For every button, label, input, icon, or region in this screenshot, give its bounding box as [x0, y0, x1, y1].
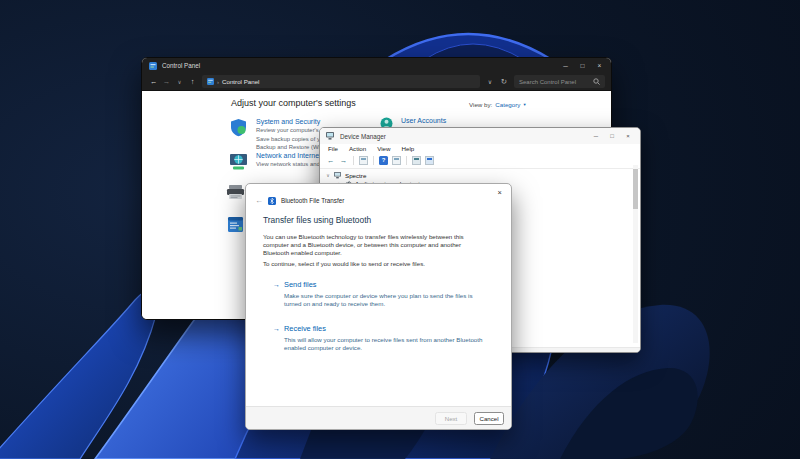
wizard-heading: Transfer files using Bluetooth: [263, 215, 371, 225]
category-title-system-security[interactable]: System and Security: [256, 118, 384, 125]
dialog-footer: Next Cancel: [246, 406, 511, 429]
computer-icon: [334, 172, 342, 179]
back-icon[interactable]: ←: [255, 196, 263, 205]
tree-label-computer[interactable]: Spectre: [345, 172, 366, 179]
control-panel-addressbar: ← → ∨ ↑ › Control Panel ∨ ↻ Search Contr…: [142, 73, 611, 91]
device-manager-toolbar: ← → ?: [320, 154, 640, 169]
scrollbar[interactable]: [633, 165, 638, 343]
tree-row-computer[interactable]: ∨ Spectre: [325, 172, 640, 180]
send-files-link[interactable]: Send files: [284, 280, 316, 289]
menu-action[interactable]: Action: [349, 145, 366, 152]
system-security-icon: [229, 118, 248, 137]
next-button[interactable]: Next: [435, 412, 467, 425]
network-internet-icon: [229, 152, 248, 171]
toolbar-scan-icon[interactable]: [412, 156, 421, 165]
wizard-intro-text: You can use Bluetooth technology to tran…: [263, 233, 485, 258]
menu-view[interactable]: View: [377, 145, 390, 152]
bluetooth-icon: [268, 197, 276, 205]
page-title: Adjust your computer's settings: [231, 98, 356, 108]
refresh-icon[interactable]: ↻: [498, 77, 510, 86]
toolbar-help-icon[interactable]: ?: [379, 156, 388, 165]
toolbar-properties-icon[interactable]: [392, 156, 401, 165]
bluetooth-file-transfer-dialog: × ← Bluetooth File Transfer Transfer fil…: [245, 183, 512, 430]
toolbar-monitor-icon[interactable]: [425, 156, 434, 165]
control-panel-app-icon: [149, 62, 157, 70]
back-icon[interactable]: ←: [148, 77, 159, 86]
send-files-option[interactable]: → Send files Make sure the computer or d…: [273, 280, 484, 308]
category-title-user-accounts[interactable]: User Accounts: [401, 117, 446, 124]
control-panel-titlebar: Control Panel ─ □ ×: [142, 58, 611, 73]
menu-file[interactable]: File: [328, 145, 338, 152]
scrollbar-thumb[interactable]: [633, 169, 638, 209]
minimize-icon[interactable]: ─: [588, 128, 604, 144]
breadcrumb-text[interactable]: Control Panel: [222, 78, 260, 85]
device-manager-titlebar: Device Manager ─ □ ×: [320, 128, 640, 144]
minimize-icon[interactable]: ─: [557, 58, 574, 73]
address-dropdown-icon[interactable]: ∨: [484, 78, 496, 85]
menu-help[interactable]: Help: [402, 145, 415, 152]
view-by-caret-icon[interactable]: ▾: [523, 102, 525, 107]
breadcrumb-location-icon: [207, 78, 214, 85]
receive-files-arrow-icon: →: [273, 325, 280, 332]
device-manager-app-icon: [326, 132, 335, 140]
device-manager-menubar: File Action View Help: [320, 144, 640, 154]
receive-files-link[interactable]: Receive files: [284, 324, 326, 333]
search-placeholder: Search Control Panel: [519, 79, 576, 85]
receive-files-description: This will allow your computer to receive…: [284, 336, 484, 352]
toolbar-back-icon[interactable]: ←: [326, 156, 335, 165]
view-by-value[interactable]: Category: [495, 101, 520, 108]
search-input[interactable]: Search Control Panel: [514, 75, 605, 88]
dialog-title: Bluetooth File Transfer: [281, 197, 344, 204]
desktop: Control Panel ─ □ × ← → ∨ ↑ › Control Pa…: [0, 0, 800, 459]
receive-files-option[interactable]: → Receive files This will allow your com…: [273, 324, 484, 352]
send-files-description: Make sure the computer or device where y…: [284, 292, 484, 308]
close-icon[interactable]: ×: [498, 188, 502, 197]
cancel-button[interactable]: Cancel: [474, 412, 504, 425]
wizard-prompt-text: To continue, select if you would like to…: [263, 260, 425, 267]
forward-icon[interactable]: →: [161, 77, 172, 86]
search-icon: [593, 78, 600, 85]
window-title: Device Manager: [340, 133, 583, 140]
window-title: Control Panel: [162, 62, 552, 69]
recent-pages-icon[interactable]: ∨: [174, 79, 185, 85]
maximize-icon[interactable]: □: [604, 128, 620, 144]
toolbar-list-icon[interactable]: [359, 156, 368, 165]
up-icon[interactable]: ↑: [187, 77, 198, 86]
close-icon[interactable]: ×: [591, 58, 608, 73]
toolbar-forward-icon[interactable]: →: [339, 156, 348, 165]
breadcrumb-separator: ›: [217, 79, 219, 85]
expander-expanded-icon[interactable]: ∨: [325, 173, 331, 178]
view-by-label: View by:: [469, 101, 492, 108]
breadcrumb[interactable]: › Control Panel: [202, 75, 480, 88]
close-icon[interactable]: ×: [620, 128, 636, 144]
maximize-icon[interactable]: □: [574, 58, 591, 73]
programs-icon: [227, 216, 244, 233]
send-files-arrow-icon: →: [273, 281, 280, 288]
hardware-sound-icon: [226, 184, 245, 200]
